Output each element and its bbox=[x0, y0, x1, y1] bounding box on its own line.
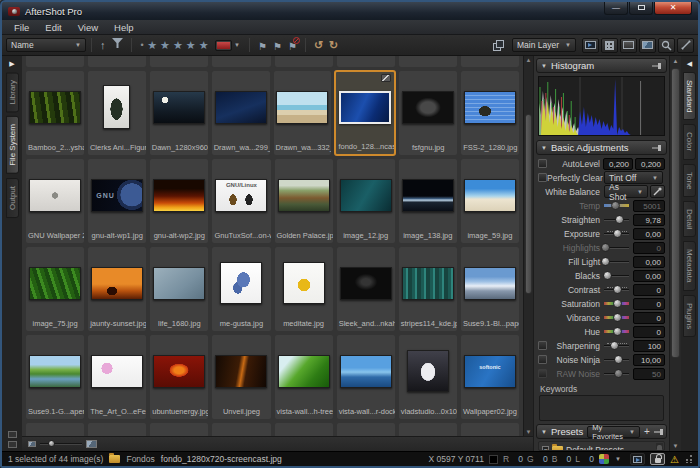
preset-folder-row[interactable]: − Default Presets bbox=[542, 444, 661, 451]
slider-handle[interactable] bbox=[615, 215, 624, 224]
slider-handle[interactable] bbox=[601, 243, 610, 252]
thumbnail-cell[interactable]: stripes114_kde.jpg bbox=[398, 246, 458, 332]
layers-icon[interactable] bbox=[493, 40, 505, 51]
grid-scrollbar[interactable]: ▲ ▼ bbox=[523, 56, 533, 436]
sharpening-checkbox[interactable] bbox=[538, 341, 547, 350]
thumbnail-cell[interactable] bbox=[25, 56, 85, 68]
eyedropper-button[interactable] bbox=[650, 185, 665, 198]
zoom-tool-button[interactable] bbox=[658, 38, 675, 53]
slider-handle[interactable] bbox=[601, 257, 610, 266]
slideshow-button[interactable] bbox=[582, 38, 599, 53]
thumbnail-size-slider[interactable] bbox=[40, 443, 82, 445]
thumbnail-cell[interactable]: image_59.jpg bbox=[460, 158, 520, 244]
autolevel-low-field[interactable]: 0,200 bbox=[603, 158, 633, 170]
slider-handle[interactable] bbox=[611, 201, 620, 210]
fit-view-button[interactable] bbox=[677, 38, 694, 53]
sort-dropdown[interactable]: Name ▼ bbox=[6, 38, 86, 52]
thumbnail-cell[interactable]: fsfgnu.jpg bbox=[398, 70, 458, 156]
sharpening-value[interactable]: 100 bbox=[633, 340, 665, 352]
thumbnail-cell-selected[interactable]: fondo_128...ncast.jpg bbox=[334, 70, 396, 156]
thumbnail-view-button[interactable] bbox=[601, 38, 618, 53]
slider-handle[interactable] bbox=[613, 285, 622, 294]
thumbnail-cell[interactable]: GNU/LinuxGnuTuxSof...on-v1.jpg bbox=[211, 158, 271, 244]
collapse-triangle-icon[interactable]: ▼ bbox=[541, 63, 547, 69]
scroll-down-arrow[interactable]: ▼ bbox=[670, 443, 681, 449]
panel-tab-color[interactable]: Color bbox=[683, 124, 696, 159]
sidebar-tab-library[interactable]: Library bbox=[6, 72, 19, 112]
slider-handle[interactable] bbox=[603, 271, 612, 280]
add-preset-button[interactable]: + bbox=[644, 426, 650, 437]
title-bar[interactable]: AfterShot Pro — ✕ bbox=[2, 2, 698, 20]
no-rating-dot[interactable]: • bbox=[137, 40, 146, 50]
slider-handle[interactable] bbox=[613, 229, 622, 238]
star-4-icon[interactable]: ★ bbox=[184, 39, 197, 52]
thumbnail-cell[interactable]: meditate.jpg bbox=[274, 246, 334, 332]
thumbnail-cell[interactable]: gnu-alt-wp2.jpg bbox=[149, 158, 209, 244]
small-thumbnails-icon[interactable] bbox=[28, 441, 36, 447]
autolevel-high-field[interactable]: 0,200 bbox=[635, 158, 665, 170]
warning-icon[interactable]: ⚠ bbox=[670, 454, 679, 465]
slider-handle[interactable] bbox=[614, 355, 623, 364]
straighten-value[interactable]: 9,78 bbox=[633, 214, 665, 226]
straighten-slider[interactable] bbox=[604, 215, 629, 224]
scroll-up-arrow[interactable]: ▲ bbox=[670, 58, 681, 64]
thumbnail-cell[interactable] bbox=[149, 56, 209, 68]
slider-handle[interactable] bbox=[613, 313, 622, 322]
blacks-slider[interactable] bbox=[604, 271, 629, 280]
thumbnail-cell[interactable]: Golden Palace.jpg bbox=[274, 158, 334, 244]
current-folder[interactable]: Fondos bbox=[126, 454, 154, 464]
minimize-button[interactable]: — bbox=[604, 2, 628, 15]
panel-tab-tone[interactable]: Tone bbox=[683, 164, 696, 197]
contrast-slider[interactable] bbox=[604, 285, 629, 294]
thumbnail-cell[interactable]: image_12.jpg bbox=[336, 158, 396, 244]
perfectly-clear-checkbox[interactable] bbox=[538, 173, 547, 182]
highlights-slider[interactable] bbox=[604, 243, 629, 252]
pin-icon[interactable] bbox=[654, 428, 664, 436]
thumbnail-cell[interactable] bbox=[211, 56, 271, 68]
thumbnail-cell[interactable] bbox=[460, 56, 520, 68]
combined-view-button[interactable] bbox=[639, 38, 656, 53]
thumbnail-cell[interactable]: Bamboo_2...ysha.jpg bbox=[25, 70, 85, 156]
collapse-arrow-icon[interactable]: ▶ bbox=[9, 60, 14, 68]
slider-handle[interactable] bbox=[610, 341, 619, 350]
thumbnail-cell[interactable]: Suse9.1-G...apers.jpg bbox=[25, 334, 85, 420]
vibrance-value[interactable]: 0 bbox=[633, 312, 665, 324]
raw-noise-checkbox[interactable] bbox=[538, 369, 547, 378]
thumbnail-cell[interactable] bbox=[87, 56, 147, 68]
basic-adjustments-header[interactable]: ▼ Basic Adjustments bbox=[536, 140, 667, 155]
scroll-down-arrow[interactable]: ▼ bbox=[524, 429, 533, 435]
scroll-up-arrow[interactable]: ▲ bbox=[524, 57, 533, 63]
collapse-arrow-icon[interactable]: ◀ bbox=[687, 60, 692, 68]
star-3-icon[interactable]: ★ bbox=[171, 39, 184, 52]
saturation-value[interactable]: 0 bbox=[633, 298, 665, 310]
color-label-swatch[interactable] bbox=[216, 41, 231, 50]
layer-dropdown[interactable]: Main Layer ▼ bbox=[512, 38, 576, 52]
single-view-button[interactable] bbox=[620, 38, 637, 53]
thumbnail-cell[interactable]: softonicWallpaper02.jpg bbox=[460, 334, 520, 420]
thumbnail-cell[interactable] bbox=[336, 56, 396, 68]
large-thumbnails-icon[interactable] bbox=[86, 440, 97, 448]
thumbnail-cell[interactable] bbox=[274, 56, 334, 68]
thumbnail-cell[interactable] bbox=[211, 422, 271, 436]
temp-value[interactable]: 5001 bbox=[633, 200, 665, 212]
slider-handle[interactable] bbox=[614, 369, 623, 378]
panel-tab-plugins[interactable]: Plugins bbox=[683, 295, 696, 337]
thumbnail-cell[interactable] bbox=[460, 422, 520, 436]
close-button[interactable]: ✕ bbox=[654, 2, 692, 15]
thumbnail-cell[interactable]: vista-wall...h-tree.jpg bbox=[274, 334, 334, 420]
star-1-icon[interactable]: ★ bbox=[146, 39, 159, 52]
thumbnail-cell[interactable] bbox=[274, 422, 334, 436]
slider-handle[interactable] bbox=[613, 327, 622, 336]
histogram-header[interactable]: ▼ Histogram bbox=[536, 58, 667, 73]
contrast-value[interactable]: 0 bbox=[633, 284, 665, 296]
tool-icon[interactable] bbox=[8, 441, 17, 448]
vibrance-slider[interactable] bbox=[604, 313, 629, 322]
collapse-triangle-icon[interactable]: ▼ bbox=[541, 429, 547, 435]
exposure-slider[interactable] bbox=[604, 229, 629, 238]
rotate-left-icon[interactable]: ↺ bbox=[311, 39, 326, 52]
thumbnail-cell[interactable] bbox=[149, 422, 209, 436]
thumbnail-cell[interactable]: GNUgnu-alt-wp1.jpg bbox=[87, 158, 147, 244]
lock-button[interactable] bbox=[650, 453, 665, 465]
thumbnail-cell[interactable] bbox=[25, 422, 85, 436]
thumbnail-cell[interactable]: image_75.jpg bbox=[25, 246, 85, 332]
